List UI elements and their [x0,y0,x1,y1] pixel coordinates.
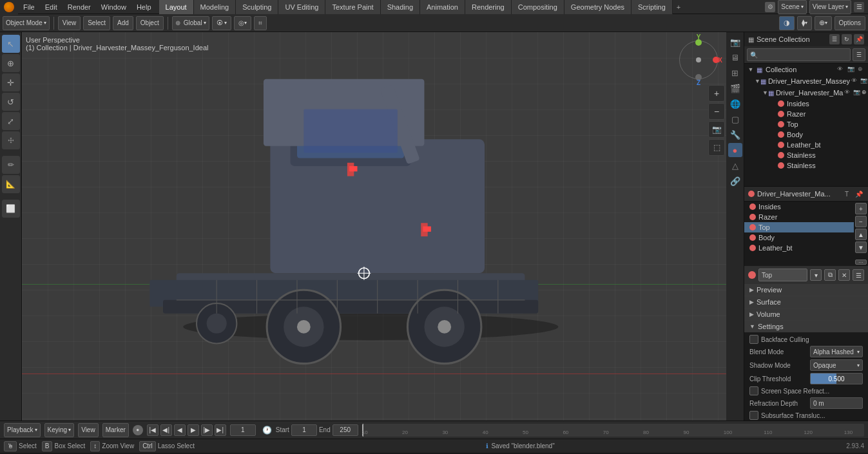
remove-material-slot-btn[interactable]: − [855,216,867,227]
render-visibility-icon[interactable]: ⊕ [858,66,865,73]
workspace-tab-layout[interactable]: Layout [159,0,194,14]
add-material-slot-btn[interactable]: + [855,203,867,214]
material-filter-btn[interactable]: ☰ [853,269,864,281]
settings-section-header[interactable]: ▼ Settings [744,321,868,332]
prop-icon-modifier[interactable]: 🔧 [728,128,742,142]
material-item-top[interactable]: Top [744,222,854,232]
scene-selector[interactable]: Scene ▾ [778,0,806,14]
move-material-down-btn[interactable]: ▼ [855,241,867,253]
marker-menu[interactable]: Marker [102,423,129,437]
outliner-search-input[interactable]: 🔍 [747,48,851,61]
outliner-item-stainless-2[interactable]: ▶ Stainless [744,160,868,171]
workspace-tab-uv-editing[interactable]: UV Editing [278,0,325,14]
outliner-pin-icon[interactable]: 📌 [854,34,864,44]
proportional-btn[interactable]: ◎ ▾ [234,16,251,30]
outliner-item-driver-harvester[interactable]: ▼ ▦ Driver_Harvester_Massey 👁 📷 ⊕ [744,75,868,87]
prop-icon-world[interactable]: 🌐 [728,97,742,111]
play-btn[interactable]: ▶ [188,424,199,436]
driver-ma-camera-icon[interactable]: 📷 [853,89,860,97]
tool-measure[interactable]: 📐 [2,175,20,193]
driver-ma-render-icon[interactable]: ⊕ [862,89,867,97]
outliner-item-stainless-1[interactable]: ▶ Stainless [744,150,868,160]
tool-move[interactable]: ✛ [2,73,20,91]
prop-icon-view-layer[interactable]: ⊞ [728,66,742,80]
workspace-tab-compositing[interactable]: Compositing [512,0,564,14]
object-menu-btn[interactable]: Object [136,16,164,30]
prop-icon-scene[interactable]: 🎬 [728,81,742,95]
shadow-mode-selector[interactable]: Opaque ▾ [810,359,863,371]
camera-view-btn[interactable]: 📷 [708,121,725,138]
volume-section-header[interactable]: ▶ Volume [744,308,868,320]
driver-camera-icon[interactable]: 📷 [860,77,867,85]
3d-viewport[interactable]: User Perspective (1) Collection | Driver… [22,32,726,421]
play-reverse-btn[interactable]: ◀ [174,424,186,436]
material-item-body[interactable]: Body [744,232,854,243]
step-forward-btn[interactable]: |▶ [201,424,213,436]
record-keyframe-btn[interactable]: ● [133,425,143,435]
jump-to-start-btn[interactable]: |◀ [147,424,159,436]
workspace-tab-shading[interactable]: Shading [381,0,420,14]
prop-icon-constraint[interactable]: 🔗 [728,174,742,188]
view-layer-selector[interactable]: View Layer ▾ [809,0,851,14]
tool-scale[interactable]: ⤢ [2,112,20,130]
prop-icon-output[interactable]: 🖥 [728,50,742,64]
workspace-tab-scripting[interactable]: Scripting [632,0,673,14]
workspace-tab-texture-paint[interactable]: Texture Paint [325,0,380,14]
add-menu-btn[interactable]: Add [113,16,133,30]
outliner-item-body[interactable]: ▶ Body [744,129,868,140]
tool-cursor[interactable]: ⊕ [2,54,20,72]
material-item-leather-bt[interactable]: Leather_bt [744,243,854,253]
material-item-insides[interactable]: Insides [744,202,854,212]
keying-menu[interactable]: Keying ▾ [44,423,75,437]
viewport-gizmo-btn[interactable]: ⊕ ▾ [815,16,832,30]
outliner-item-driver-harvester-ma[interactable]: ▼ ▦ Driver_Harvester_Ma 👁 📷 ⊕ [744,87,868,99]
tool-add-primitive[interactable]: ⬜ [2,200,20,218]
material-item-razer[interactable]: Razer [744,212,854,222]
outliner-item-leather-bt[interactable]: ▶ Leather_bt [744,140,868,150]
viewport-shading-solid[interactable]: ◑ [779,16,795,30]
view-menu-btn[interactable]: View [58,16,81,30]
jump-to-end-btn[interactable]: ▶| [215,424,226,436]
eye-icon[interactable]: 👁 [837,66,845,73]
material-drag-handle[interactable]: ⋯ [855,260,867,265]
clip-threshold-slider[interactable]: 0.500 [810,373,863,384]
options-btn[interactable]: Options [834,16,865,30]
step-back-btn[interactable]: ◀| [160,424,172,436]
outliner-sync-icon[interactable]: ↻ [842,34,852,44]
workspace-tab-sculpting[interactable]: Sculpting [236,0,278,14]
tool-transform[interactable]: ☩ [2,131,20,149]
viewport-overlay-btn[interactable]: ⧫ ▾ [797,16,812,30]
menu-render[interactable]: Render [63,0,96,14]
workspace-tab-geometry-nodes[interactable]: Geometry Nodes [564,0,632,14]
search-filter-button[interactable]: ☰ [853,48,865,61]
camera-visibility-icon[interactable]: 📷 [847,66,855,73]
prop-icon-material[interactable]: ● [728,143,742,157]
driver-eye-icon[interactable]: 👁 [851,77,859,85]
subsurface-transluc-checkbox[interactable] [749,411,758,420]
prop-pin-icon[interactable]: 📌 [854,189,864,199]
view-timeline-menu[interactable]: View [78,423,99,437]
timeline-track[interactable]: 10 20 30 40 50 60 70 80 90 100 110 120 1… [362,424,864,437]
add-workspace-button[interactable]: + [673,3,684,11]
prop-icon-render[interactable]: 📷 [728,35,742,49]
tool-annotate[interactable]: ✏ [2,156,20,174]
outliner-item-top[interactable]: ▶ Top [744,119,868,129]
outliner-item-insides[interactable]: ▶ Insides [744,99,868,109]
frame-all-btn[interactable]: ⬚ [708,139,725,156]
move-material-up-btn[interactable]: ▲ [855,229,867,240]
remove-material-link-btn[interactable]: ✕ [838,269,850,281]
screen-space-refract-checkbox[interactable] [749,386,758,395]
browse-material-btn[interactable]: ▾ [810,269,822,281]
header-filter-icon[interactable]: ☰ [854,2,864,12]
start-frame-input[interactable]: 1 [291,424,317,436]
material-name-field[interactable]: Top [758,269,807,281]
zoom-out-btn[interactable]: − [708,103,725,120]
workspace-tab-animation[interactable]: Animation [420,0,465,14]
menu-window[interactable]: Window [96,0,131,14]
tool-select[interactable]: ↖ [2,35,20,53]
workspace-tab-modeling[interactable]: Modeling [194,0,236,14]
transform-selector[interactable]: ⊕ Global ▾ [172,16,209,30]
refraction-depth-value[interactable]: 0 m [810,397,863,409]
select-menu-btn[interactable]: Select [83,16,110,30]
menu-edit[interactable]: Edit [40,0,63,14]
